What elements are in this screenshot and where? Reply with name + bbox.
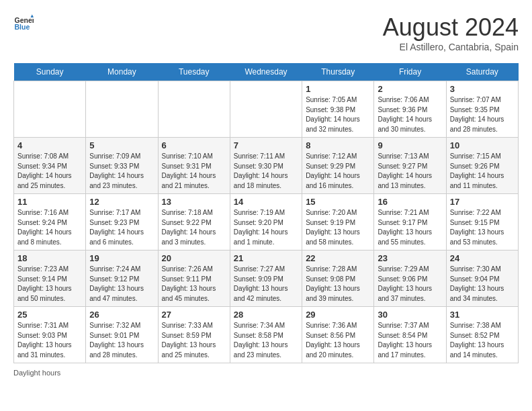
calendar-cell: 29Sunrise: 7:36 AM Sunset: 8:56 PM Dayli… [302, 307, 374, 363]
cell-content: Sunrise: 7:32 AM Sunset: 9:01 PM Dayligh… [89, 321, 154, 360]
date-number: 14 [234, 197, 298, 207]
cell-content: Sunrise: 7:21 AM Sunset: 9:17 PM Dayligh… [378, 208, 442, 247]
date-number: 27 [162, 310, 226, 320]
calendar-week-row: 11Sunrise: 7:16 AM Sunset: 9:24 PM Dayli… [14, 194, 519, 250]
cell-content: Sunrise: 7:27 AM Sunset: 9:09 PM Dayligh… [234, 265, 298, 304]
date-number: 15 [306, 197, 370, 207]
calendar-cell [14, 81, 86, 138]
date-number: 31 [450, 310, 515, 320]
date-number: 16 [378, 197, 442, 207]
date-number: 4 [17, 140, 82, 150]
date-number: 21 [234, 253, 298, 263]
calendar-week-row: 1Sunrise: 7:05 AM Sunset: 9:38 PM Daylig… [14, 81, 519, 138]
location: El Astillero, Cantabria, Spain [383, 42, 519, 52]
calendar-cell: 14Sunrise: 7:19 AM Sunset: 9:20 PM Dayli… [230, 194, 302, 250]
calendar-cell: 2Sunrise: 7:06 AM Sunset: 9:36 PM Daylig… [374, 81, 446, 138]
calendar-cell: 12Sunrise: 7:17 AM Sunset: 9:23 PM Dayli… [86, 194, 158, 250]
cell-content: Sunrise: 7:26 AM Sunset: 9:11 PM Dayligh… [162, 265, 226, 304]
cell-content: Sunrise: 7:18 AM Sunset: 9:22 PM Dayligh… [162, 208, 226, 247]
weekday-header: Tuesday [158, 63, 230, 81]
cell-content: Sunrise: 7:13 AM Sunset: 9:27 PM Dayligh… [378, 152, 442, 191]
logo-icon: General Blue [13, 13, 34, 34]
weekday-header-row: SundayMondayTuesdayWednesdayThursdayFrid… [14, 63, 519, 81]
date-number: 19 [89, 253, 154, 263]
date-number: 10 [450, 140, 515, 150]
svg-text:Blue: Blue [15, 23, 30, 31]
calendar-cell: 30Sunrise: 7:37 AM Sunset: 8:54 PM Dayli… [374, 307, 446, 363]
date-number: 8 [306, 140, 370, 150]
cell-content: Sunrise: 7:37 AM Sunset: 8:54 PM Dayligh… [378, 321, 442, 360]
cell-content: Sunrise: 7:10 AM Sunset: 9:31 PM Dayligh… [162, 152, 226, 191]
weekday-header: Sunday [14, 63, 86, 81]
cell-content: Sunrise: 7:31 AM Sunset: 9:03 PM Dayligh… [17, 321, 82, 360]
page-header: General Blue August 2024 El Astillero, C… [13, 13, 519, 52]
calendar-cell: 24Sunrise: 7:30 AM Sunset: 9:04 PM Dayli… [446, 250, 518, 307]
cell-content: Sunrise: 7:15 AM Sunset: 9:26 PM Dayligh… [450, 152, 515, 191]
date-number: 3 [450, 84, 515, 94]
cell-content: Sunrise: 7:38 AM Sunset: 8:52 PM Dayligh… [450, 321, 515, 360]
calendar-cell: 11Sunrise: 7:16 AM Sunset: 9:24 PM Dayli… [14, 194, 86, 250]
calendar-week-row: 25Sunrise: 7:31 AM Sunset: 9:03 PM Dayli… [14, 307, 519, 363]
calendar-week-row: 18Sunrise: 7:23 AM Sunset: 9:14 PM Dayli… [14, 250, 519, 307]
calendar-cell: 20Sunrise: 7:26 AM Sunset: 9:11 PM Dayli… [158, 250, 230, 307]
date-number: 23 [378, 253, 442, 263]
calendar-cell: 28Sunrise: 7:34 AM Sunset: 8:58 PM Dayli… [230, 307, 302, 363]
calendar-cell: 8Sunrise: 7:12 AM Sunset: 9:29 PM Daylig… [302, 138, 374, 194]
calendar-table: SundayMondayTuesdayWednesdayThursdayFrid… [13, 63, 519, 363]
cell-content: Sunrise: 7:34 AM Sunset: 8:58 PM Dayligh… [234, 321, 298, 360]
cell-content: Sunrise: 7:09 AM Sunset: 9:33 PM Dayligh… [89, 152, 154, 191]
logo: General Blue [13, 13, 36, 34]
cell-content: Sunrise: 7:07 AM Sunset: 9:35 PM Dayligh… [450, 95, 515, 134]
cell-content: Sunrise: 7:16 AM Sunset: 9:24 PM Dayligh… [17, 208, 82, 247]
calendar-cell: 31Sunrise: 7:38 AM Sunset: 8:52 PM Dayli… [446, 307, 518, 363]
calendar-cell: 13Sunrise: 7:18 AM Sunset: 9:22 PM Dayli… [158, 194, 230, 250]
date-number: 28 [234, 310, 298, 320]
calendar-cell: 3Sunrise: 7:07 AM Sunset: 9:35 PM Daylig… [446, 81, 518, 138]
date-number: 12 [89, 197, 154, 207]
cell-content: Sunrise: 7:08 AM Sunset: 9:34 PM Dayligh… [17, 152, 82, 191]
cell-content: Sunrise: 7:05 AM Sunset: 9:38 PM Dayligh… [306, 95, 370, 134]
calendar-cell: 7Sunrise: 7:11 AM Sunset: 9:30 PM Daylig… [230, 138, 302, 194]
date-number: 5 [89, 140, 154, 150]
cell-content: Sunrise: 7:12 AM Sunset: 9:29 PM Dayligh… [306, 152, 370, 191]
weekday-header: Wednesday [230, 63, 302, 81]
calendar-cell: 15Sunrise: 7:20 AM Sunset: 9:19 PM Dayli… [302, 194, 374, 250]
date-number: 22 [306, 253, 370, 263]
date-number: 30 [378, 310, 442, 320]
cell-content: Sunrise: 7:30 AM Sunset: 9:04 PM Dayligh… [450, 265, 515, 304]
calendar-cell: 5Sunrise: 7:09 AM Sunset: 9:33 PM Daylig… [86, 138, 158, 194]
cell-content: Sunrise: 7:20 AM Sunset: 9:19 PM Dayligh… [306, 208, 370, 247]
calendar-cell: 10Sunrise: 7:15 AM Sunset: 9:26 PM Dayli… [446, 138, 518, 194]
cell-content: Sunrise: 7:28 AM Sunset: 9:08 PM Dayligh… [306, 265, 370, 304]
date-number: 6 [162, 140, 226, 150]
calendar-cell [86, 81, 158, 138]
cell-content: Sunrise: 7:06 AM Sunset: 9:36 PM Dayligh… [378, 95, 442, 134]
date-number: 1 [306, 84, 370, 94]
calendar-cell: 26Sunrise: 7:32 AM Sunset: 9:01 PM Dayli… [86, 307, 158, 363]
calendar-week-row: 4Sunrise: 7:08 AM Sunset: 9:34 PM Daylig… [14, 138, 519, 194]
date-number: 29 [306, 310, 370, 320]
month-title: August 2024 [383, 13, 519, 42]
cell-content: Sunrise: 7:29 AM Sunset: 9:06 PM Dayligh… [378, 265, 442, 304]
title-block: August 2024 El Astillero, Cantabria, Spa… [383, 13, 519, 52]
cell-content: Sunrise: 7:11 AM Sunset: 9:30 PM Dayligh… [234, 152, 298, 191]
date-number: 2 [378, 84, 442, 94]
calendar-cell: 19Sunrise: 7:24 AM Sunset: 9:12 PM Dayli… [86, 250, 158, 307]
date-number: 17 [450, 197, 515, 207]
calendar-cell: 21Sunrise: 7:27 AM Sunset: 9:09 PM Dayli… [230, 250, 302, 307]
calendar-cell: 22Sunrise: 7:28 AM Sunset: 9:08 PM Dayli… [302, 250, 374, 307]
calendar-cell: 4Sunrise: 7:08 AM Sunset: 9:34 PM Daylig… [14, 138, 86, 194]
cell-content: Sunrise: 7:19 AM Sunset: 9:20 PM Dayligh… [234, 208, 298, 247]
date-number: 7 [234, 140, 298, 150]
cell-content: Sunrise: 7:22 AM Sunset: 9:15 PM Dayligh… [450, 208, 515, 247]
calendar-cell: 6Sunrise: 7:10 AM Sunset: 9:31 PM Daylig… [158, 138, 230, 194]
calendar-cell: 9Sunrise: 7:13 AM Sunset: 9:27 PM Daylig… [374, 138, 446, 194]
date-number: 13 [162, 197, 226, 207]
date-number: 9 [378, 140, 442, 150]
weekday-header: Saturday [446, 63, 518, 81]
date-number: 18 [17, 253, 82, 263]
weekday-header: Friday [374, 63, 446, 81]
date-number: 25 [17, 310, 82, 320]
date-number: 11 [17, 197, 82, 207]
date-number: 20 [162, 253, 226, 263]
